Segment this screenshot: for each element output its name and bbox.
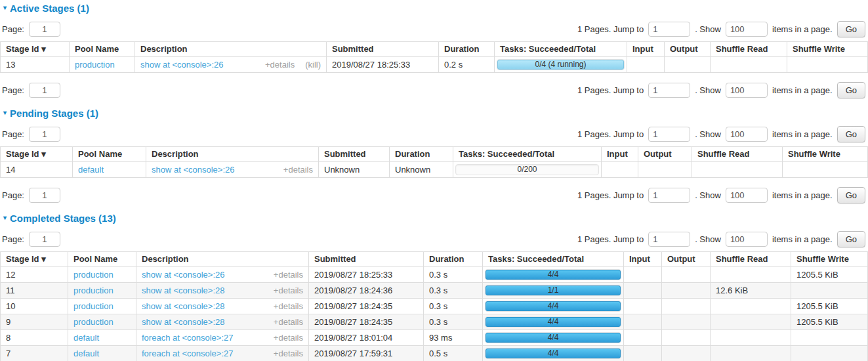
go-button[interactable]: Go <box>837 82 865 98</box>
section-header-completed[interactable]: ▾ Completed Stages (13) <box>3 212 868 224</box>
column-header[interactable]: Shuffle Read <box>711 252 791 267</box>
show-count-input[interactable] <box>726 83 768 98</box>
pool-name-cell: default <box>68 330 136 346</box>
duration-cell: 0.3 s <box>424 314 483 330</box>
description-link[interactable]: foreach at <console>:27 <box>142 333 234 343</box>
show-count-input[interactable] <box>726 22 768 37</box>
column-header[interactable]: Pool Name <box>70 42 135 57</box>
column-header[interactable]: Shuffle Write <box>783 147 868 162</box>
column-header[interactable]: Duration <box>390 147 453 162</box>
details-toggle[interactable]: +details <box>283 165 313 175</box>
description-link[interactable]: show at <console>:26 <box>152 165 234 175</box>
page-number-input[interactable] <box>29 127 60 142</box>
output-cell <box>662 330 711 346</box>
duration-cell: 0.3 s <box>424 299 483 314</box>
column-header[interactable]: Submitted <box>327 42 439 57</box>
show-count-input[interactable] <box>726 127 768 142</box>
pool-name-link[interactable]: default <box>73 333 99 343</box>
details-toggle[interactable]: +details <box>274 349 303 358</box>
shuffle-read-cell: 12.6 KiB <box>711 283 791 299</box>
kill-link[interactable]: (kill) <box>305 60 321 70</box>
progress-label: 4/4 <box>486 333 621 343</box>
details-toggle[interactable]: +details <box>274 286 303 295</box>
show-count-input[interactable] <box>726 188 768 203</box>
column-header[interactable]: Tasks: Succeeded/Total <box>453 147 602 162</box>
go-button[interactable]: Go <box>837 187 865 203</box>
page-number-input[interactable] <box>29 22 60 37</box>
go-button[interactable]: Go <box>837 231 865 247</box>
column-header[interactable]: Tasks: Succeeded/Total <box>495 42 627 57</box>
pool-name-link[interactable]: production <box>73 270 114 280</box>
page-number-input[interactable] <box>29 188 60 203</box>
description-link[interactable]: show at <console>:26 <box>142 270 224 280</box>
column-header[interactable]: Pool Name <box>68 252 136 267</box>
section-header-active[interactable]: ▾ Active Stages (1) <box>3 2 868 14</box>
details-toggle[interactable]: +details <box>274 270 303 280</box>
jump-to-input[interactable] <box>648 188 690 203</box>
items-text: items in a page. <box>772 24 833 34</box>
pages-count-text: 1 Pages. Jump to <box>577 85 644 95</box>
details-toggle[interactable]: +details <box>265 60 295 70</box>
pool-name-link[interactable]: default <box>73 349 99 358</box>
description-link[interactable]: show at <console>:26 <box>140 60 223 70</box>
column-header[interactable]: Input <box>627 42 665 57</box>
column-header[interactable]: Output <box>665 42 711 57</box>
stage-id-cell: 12 <box>1 267 68 283</box>
column-header[interactable]: Description <box>146 147 319 162</box>
description-link[interactable]: show at <console>:28 <box>142 318 224 327</box>
description-link[interactable]: show at <console>:28 <box>142 286 224 295</box>
submitted-cell: 2019/08/27 18:24:36 <box>309 283 424 299</box>
column-header[interactable]: Shuffle Read <box>692 147 783 162</box>
page-number-input[interactable] <box>29 83 60 98</box>
column-header[interactable]: Pool Name <box>73 147 146 162</box>
column-header[interactable]: Shuffle Read <box>711 42 787 57</box>
details-toggle[interactable]: +details <box>274 302 303 311</box>
jump-to-input[interactable] <box>648 127 690 142</box>
pending-stages-rows: 14 default show at <console>:26 +details… <box>1 162 868 178</box>
page-number-input[interactable] <box>29 232 60 247</box>
column-header[interactable]: Stage Id ▾ <box>1 42 70 57</box>
column-header[interactable]: Duration <box>439 42 495 57</box>
section-title-text: Pending Stages (1) <box>10 108 98 119</box>
column-header[interactable]: Submitted <box>309 252 424 267</box>
tasks-cell: 4/4 <box>483 330 624 346</box>
section-header-pending[interactable]: ▾ Pending Stages (1) <box>3 107 868 119</box>
progress-label: 0/4 (4 running) <box>497 60 624 70</box>
progress-label: 4/4 <box>486 270 621 280</box>
pages-count-text: 1 Pages. Jump to <box>577 129 644 139</box>
details-toggle[interactable]: +details <box>274 333 303 343</box>
column-header[interactable]: Shuffle Write <box>787 42 868 57</box>
pool-name-link[interactable]: production <box>75 60 115 70</box>
column-header[interactable]: Input <box>602 147 638 162</box>
column-header[interactable]: Submitted <box>319 147 390 162</box>
column-header[interactable]: Output <box>662 252 711 267</box>
output-cell <box>638 162 692 178</box>
show-count-input[interactable] <box>726 232 768 247</box>
details-toggle[interactable]: +details <box>274 318 303 327</box>
jump-to-input[interactable] <box>648 22 690 37</box>
go-button[interactable]: Go <box>837 21 865 37</box>
jump-to-input[interactable] <box>648 232 690 247</box>
task-progress-bar: 1/1 <box>485 285 621 296</box>
pool-name-link[interactable]: production <box>73 301 114 311</box>
column-header[interactable]: Input <box>624 252 662 267</box>
column-header[interactable]: Output <box>638 147 692 162</box>
description-cell: show at <console>:26 +details <box>146 162 319 178</box>
pool-name-link[interactable]: production <box>73 286 114 295</box>
column-header[interactable]: Stage Id ▾ <box>1 252 68 267</box>
column-header[interactable]: Description <box>135 42 327 57</box>
stage-id-cell: 10 <box>1 299 68 314</box>
description-link[interactable]: foreach at <console>:27 <box>142 349 234 358</box>
page-selector: Page: <box>2 232 60 247</box>
pool-name-link[interactable]: production <box>73 317 114 327</box>
jump-to-input[interactable] <box>648 83 690 98</box>
column-header[interactable]: Description <box>136 252 309 267</box>
column-header[interactable]: Tasks: Succeeded/Total <box>483 252 624 267</box>
description-link[interactable]: show at <console>:28 <box>142 302 224 311</box>
column-header[interactable]: Duration <box>424 252 483 267</box>
go-button[interactable]: Go <box>837 126 865 142</box>
task-progress-bar: 4/4 <box>485 301 621 312</box>
column-header[interactable]: Shuffle Write <box>791 252 868 267</box>
column-header[interactable]: Stage Id ▾ <box>1 147 73 162</box>
pool-name-link[interactable]: default <box>78 165 104 175</box>
